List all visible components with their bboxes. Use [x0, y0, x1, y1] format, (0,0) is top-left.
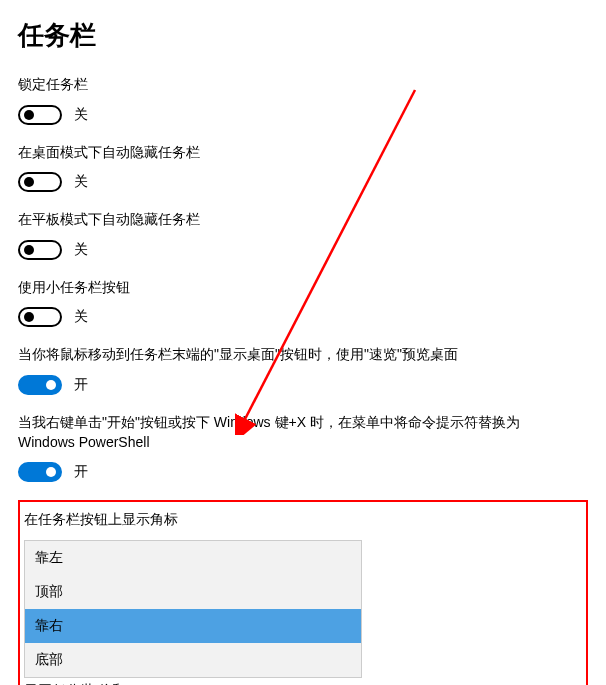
toggle-lock-state: 关 [74, 106, 88, 124]
toggle-autohide-tablet[interactable] [18, 240, 62, 260]
label-powershell: 当我右键单击"开始"按钮或按下 Windows 键+X 时，在菜单中将命令提示符… [18, 413, 578, 452]
toggle-small-buttons[interactable] [18, 307, 62, 327]
label-badges: 在任务栏按钮上显示角标 [24, 510, 582, 530]
dropdown-option-bottom[interactable]: 底部 [25, 643, 361, 677]
toggle-peek[interactable] [18, 375, 62, 395]
label-small-buttons: 使用小任务栏按钮 [18, 278, 578, 298]
toggle-small-buttons-state: 关 [74, 308, 88, 326]
setting-peek: 当你将鼠标移动到任务栏末端的"显示桌面"按钮时，使用"速览"预览桌面 开 [18, 345, 588, 395]
toggle-autohide-desktop-state: 关 [74, 173, 88, 191]
label-autohide-tablet: 在平板模式下自动隐藏任务栏 [18, 210, 578, 230]
page-title: 任务栏 [18, 18, 588, 53]
toggle-autohide-tablet-state: 关 [74, 241, 88, 259]
dropdown-option-left[interactable]: 靠左 [25, 541, 361, 575]
label-autohide-desktop: 在桌面模式下自动隐藏任务栏 [18, 143, 578, 163]
dropdown-option-top[interactable]: 顶部 [25, 575, 361, 609]
toggle-powershell[interactable] [18, 462, 62, 482]
dropdown-badges[interactable]: 靠左 顶部 靠右 底部 [24, 540, 362, 678]
label-lock: 锁定任务栏 [18, 75, 578, 95]
setting-small-buttons: 使用小任务栏按钮 关 [18, 278, 588, 328]
setting-powershell: 当我右键单击"开始"按钮或按下 Windows 键+X 时，在菜单中将命令提示符… [18, 413, 588, 482]
dropdown-option-right[interactable]: 靠右 [25, 609, 361, 643]
toggle-lock[interactable] [18, 105, 62, 125]
highlight-box: 在任务栏按钮上显示角标 靠左 顶部 靠右 底部 日开任分世 侈和 [18, 500, 588, 685]
toggle-powershell-state: 开 [74, 463, 88, 481]
setting-autohide-desktop: 在桌面模式下自动隐藏任务栏 关 [18, 143, 588, 193]
toggle-autohide-desktop[interactable] [18, 172, 62, 192]
toggle-peek-state: 开 [74, 376, 88, 394]
label-peek: 当你将鼠标移动到任务栏末端的"显示桌面"按钮时，使用"速览"预览桌面 [18, 345, 578, 365]
setting-lock: 锁定任务栏 关 [18, 75, 588, 125]
setting-autohide-tablet: 在平板模式下自动隐藏任务栏 关 [18, 210, 588, 260]
